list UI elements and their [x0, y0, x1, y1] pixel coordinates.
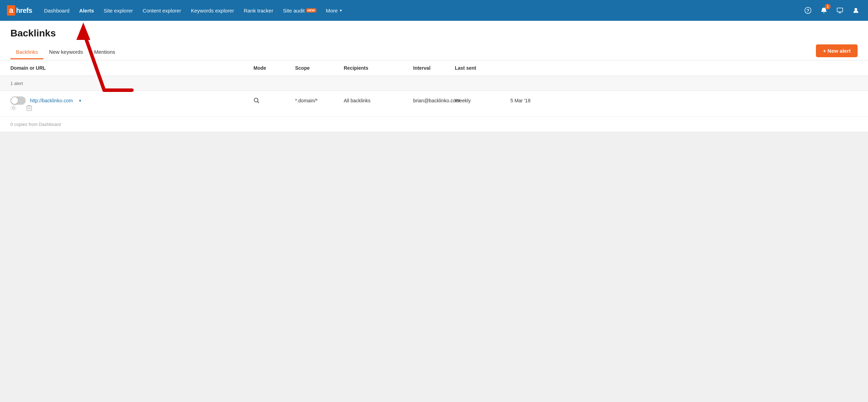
logo-a: a — [7, 5, 15, 16]
col-recipients: Recipients — [344, 65, 413, 71]
svg-point-6 — [254, 98, 258, 102]
svg-point-5 — [854, 8, 857, 11]
svg-rect-2 — [837, 8, 843, 12]
copies-text: 0 copies from Dashboard — [10, 122, 61, 127]
nav-content-explorer[interactable]: Content explorer — [138, 0, 186, 21]
tabs-row: Backlinks New keywords Mentions + New al… — [10, 44, 858, 60]
nav-alerts[interactable]: Alerts — [74, 0, 99, 21]
tab-new-keywords[interactable]: New keywords — [43, 45, 89, 59]
copies-row: 0 copies from Dashboard — [0, 117, 868, 131]
user-icon[interactable] — [851, 5, 861, 16]
logo-text: hrefs — [16, 7, 32, 15]
alert-toggle[interactable] — [10, 96, 26, 105]
new-alert-button[interactable]: + New alert — [816, 44, 858, 57]
table-row: http://backlinko.com ▼ *.domain/* All ba… — [0, 91, 868, 117]
chevron-down-icon: ▼ — [339, 9, 343, 12]
col-interval: Interval — [413, 65, 455, 71]
nav-site-explorer[interactable]: Site explorer — [99, 0, 138, 21]
nav-links: Dashboard Alerts Site explorer Content e… — [39, 0, 803, 21]
screen-icon[interactable] — [835, 5, 845, 16]
tab-mentions[interactable]: Mentions — [89, 45, 121, 59]
nav-icon-group: ? 1 — [803, 5, 861, 16]
help-icon[interactable]: ? — [803, 5, 813, 16]
notification-count: 1 — [825, 4, 831, 9]
table-header: Domain or URL Mode Scope Recipients Inte… — [0, 60, 868, 76]
last-sent-cell: 5 Mar '18 — [510, 98, 538, 103]
interval-cell: Weekly — [455, 98, 510, 103]
alert-count-row: 1 alert — [0, 76, 868, 91]
svg-point-8 — [12, 107, 15, 109]
mode-cell — [253, 97, 295, 104]
new-badge: NEW — [306, 8, 316, 12]
scope-cell: *.domain/* — [295, 98, 344, 103]
settings-icon[interactable] — [10, 105, 17, 111]
col-domain: Domain or URL — [10, 65, 253, 71]
svg-text:?: ? — [807, 8, 809, 13]
table-container: Domain or URL Mode Scope Recipients Inte… — [0, 60, 868, 131]
nav-keywords-explorer[interactable]: Keywords explorer — [186, 0, 239, 21]
page-title: Backlinks — [10, 28, 56, 39]
alert-count: 1 alert — [10, 81, 23, 86]
domain-link[interactable]: http://backlinko.com — [30, 98, 73, 103]
tabs: Backlinks New keywords Mentions — [10, 45, 121, 59]
page-header: Backlinks Backlinks New keywords Mention… — [0, 21, 868, 60]
search-icon — [253, 97, 260, 104]
notifications-icon[interactable]: 1 — [819, 5, 829, 16]
content: Domain or URL Mode Scope Recipients Inte… — [0, 60, 868, 131]
col-mode: Mode — [253, 65, 295, 71]
svg-line-7 — [258, 102, 259, 103]
nav-dashboard[interactable]: Dashboard — [39, 0, 74, 21]
nav-site-audit[interactable]: Site audit NEW — [278, 0, 321, 21]
tab-backlinks[interactable]: Backlinks — [10, 45, 43, 59]
recipients-cell: brian@backlinko.com — [413, 98, 455, 103]
col-actions — [510, 65, 538, 71]
col-scope: Scope — [295, 65, 344, 71]
col-last-sent: Last sent — [455, 65, 510, 71]
logo[interactable]: a hrefs — [7, 5, 32, 16]
navbar: a hrefs Dashboard Alerts Site explorer C… — [0, 0, 868, 21]
scope-detail-cell: All backlinks — [344, 98, 413, 103]
domain-cell: http://backlinko.com ▼ — [10, 96, 253, 105]
action-icons-cell — [10, 105, 253, 111]
nav-more[interactable]: More ▼ — [321, 0, 348, 21]
nav-rank-tracker[interactable]: Rank tracker — [239, 0, 278, 21]
delete-icon[interactable] — [26, 105, 32, 111]
domain-dropdown-arrow[interactable]: ▼ — [78, 99, 82, 103]
